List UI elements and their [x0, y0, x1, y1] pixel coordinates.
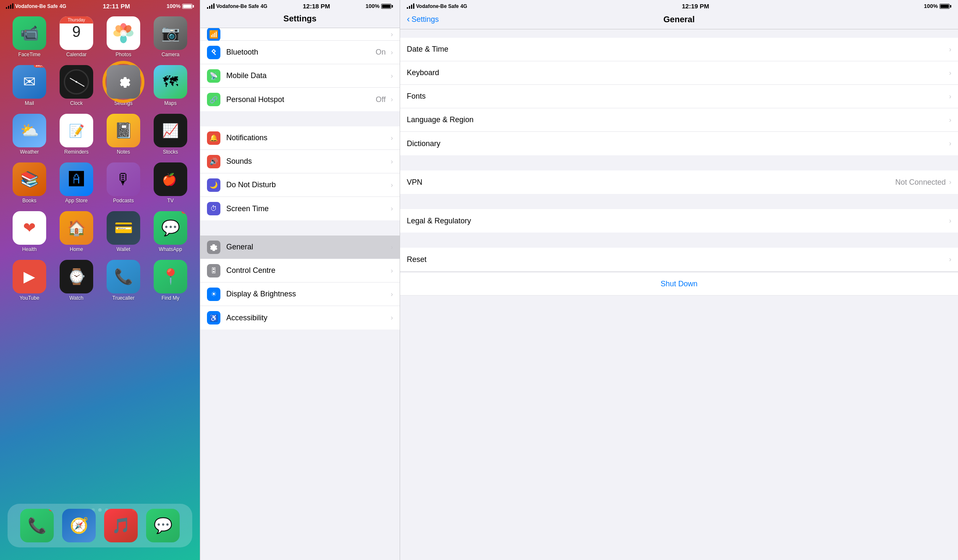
general-row-vpn[interactable]: VPN Not Connected › — [400, 170, 958, 194]
general-nav-bar: ‹ Settings General — [400, 10, 958, 29]
general-gap-1 — [400, 155, 958, 170]
app-maps[interactable]: 🗺 Maps — [149, 65, 192, 106]
network-label: 4G — [60, 3, 66, 9]
app-weather[interactable]: ⛅ Weather — [8, 114, 51, 155]
general-row-reset[interactable]: Reset › — [400, 248, 958, 271]
app-findmy[interactable]: 📍 Find My — [149, 260, 192, 301]
svg-text:🍎: 🍎 — [162, 173, 177, 186]
app-photos[interactable]: Photos — [102, 16, 145, 58]
home-screen: Vodafone-Be Safe 4G 12:11 PM 100% 📹 Face… — [0, 0, 200, 560]
svg-point-7 — [120, 30, 127, 37]
settings-row-general[interactable]: General › — [200, 236, 400, 259]
general-gap-3 — [400, 233, 958, 248]
signal-icon — [6, 3, 13, 9]
network-s3: 4G — [461, 3, 467, 9]
app-mail[interactable]: ✉ 18,487 Mail — [8, 65, 51, 106]
general-section-4: Reset › — [400, 248, 958, 271]
general-section-3: Legal & Regulatory › — [400, 209, 958, 233]
general-section-2: VPN Not Connected › — [400, 170, 958, 194]
app-facetime[interactable]: 📹 FaceTime — [8, 16, 51, 58]
general-row-dictionary[interactable]: Dictionary › — [400, 132, 958, 155]
settings-row-accessibility[interactable]: ♿ Accessibility › — [200, 306, 400, 330]
battery-icon-s2 — [381, 4, 393, 9]
back-label: Settings — [411, 15, 439, 24]
app-notes[interactable]: 📓 Notes — [102, 114, 145, 155]
back-chevron-icon: ‹ — [407, 14, 410, 25]
general-row-keyboard[interactable]: Keyboard › — [400, 61, 958, 85]
general-row-legal[interactable]: Legal & Regulatory › — [400, 209, 958, 233]
settings-panel: Vodafone-Be Safe 4G 12:18 PM 100% Settin… — [200, 0, 400, 560]
settings-row-hotspot[interactable]: 🔗 Personal Hotspot Off › — [200, 88, 400, 111]
battery-icon-s3 — [940, 4, 951, 9]
app-camera[interactable]: 📷 Camera — [149, 16, 192, 58]
home-status-bar: Vodafone-Be Safe 4G 12:11 PM 100% — [0, 0, 200, 10]
settings-row-mobiledata[interactable]: 📡 Mobile Data › — [200, 64, 400, 88]
carrier-info: Vodafone-Be Safe 4G — [6, 3, 66, 9]
back-button[interactable]: ‹ Settings — [407, 14, 439, 25]
settings-nav-bar: Settings — [200, 10, 400, 28]
settings-row-bluetooth[interactable]: Bluetooth On › — [200, 41, 400, 64]
app-grid: 📹 FaceTime Thursday 9 Calendar — [0, 12, 200, 301]
settings-section-connectivity: Bluetooth On › 📡 Mobile Data › 🔗 Persona… — [200, 41, 400, 111]
settings-status-bar: Vodafone-Be Safe 4G 12:18 PM 100% — [200, 0, 400, 10]
settings-list: 📶 › Bluetooth On › 📡 Mobile — [200, 28, 400, 560]
app-clock[interactable]: Clock — [55, 65, 98, 106]
general-row-fonts[interactable]: Fonts › — [400, 85, 958, 108]
app-stocks[interactable]: 📈 Stocks — [149, 114, 192, 155]
app-wallet[interactable]: 💳 Wallet — [102, 211, 145, 252]
shutdown-label: Shut Down — [660, 280, 697, 288]
app-podcasts[interactable]: 🎙 Podcasts — [102, 162, 145, 204]
battery-pct-s3: 100% — [924, 3, 938, 9]
carrier-s3: Vodafone-Be Safe — [416, 3, 459, 9]
dock-music[interactable]: 🎵 37 — [104, 509, 138, 542]
app-truecaller[interactable]: 📞 Truecaller — [102, 260, 145, 301]
general-title: General — [663, 15, 694, 24]
app-home[interactable]: 🏠 Home — [55, 211, 98, 252]
carrier-s2: Vodafone-Be Safe — [216, 3, 259, 9]
app-whatsapp[interactable]: 💬 14 WhatsApp — [149, 211, 192, 252]
app-watch[interactable]: ⌚ Watch — [55, 260, 98, 301]
settings-row-donotdisturb[interactable]: 🌙 Do Not Disturb › — [200, 173, 400, 197]
settings-row-sounds[interactable]: 🔊 Sounds › — [200, 150, 400, 173]
section-gap-2 — [200, 220, 400, 236]
app-appstore[interactable]: 🅰 App Store — [55, 162, 98, 204]
app-tv[interactable]: 🍎 TV — [149, 162, 192, 204]
general-list: Date & Time › Keyboard › Fonts › Languag… — [400, 29, 958, 560]
app-health[interactable]: ❤ Health — [8, 211, 51, 252]
general-status-bar: Vodafone-Be Safe 4G 12:19 PM 100% — [400, 0, 958, 10]
carrier-label: Vodafone-Be Safe — [15, 3, 58, 9]
battery-info: 100% — [167, 3, 194, 9]
time-label: 12:11 PM — [103, 3, 130, 10]
general-section-1: Date & Time › Keyboard › Fonts › Languag… — [400, 38, 958, 155]
battery-icon — [182, 4, 194, 9]
battery-pct-s2: 100% — [366, 3, 380, 9]
settings-section-notifications: 🔔 Notifications › 🔊 Sounds › 🌙 Do Not Di… — [200, 126, 400, 220]
app-books[interactable]: 📚 Books — [8, 162, 51, 204]
settings-row-display[interactable]: ☀ Display & Brightness › — [200, 283, 400, 306]
time-s3: 12:19 PM — [682, 3, 709, 10]
general-panel: Vodafone-Be Safe 4G 12:19 PM 100% ‹ Sett… — [400, 0, 958, 560]
app-reminders[interactable]: 📝 Reminders — [55, 114, 98, 155]
shutdown-row[interactable]: Shut Down — [400, 272, 958, 296]
app-settings[interactable]: Settings — [102, 65, 145, 106]
app-youtube[interactable]: ▶ YouTube — [8, 260, 51, 301]
dock: 📞 1 🧭 🎵 37 💬 — [8, 504, 192, 547]
settings-row-notifications[interactable]: 🔔 Notifications › — [200, 126, 400, 150]
network-s2: 4G — [261, 3, 267, 9]
general-gap-2 — [400, 194, 958, 209]
dock-safari[interactable]: 🧭 — [62, 509, 96, 542]
settings-section-general: General › 🎛 Control Centre › ☀ Display &… — [200, 236, 400, 330]
dock-messages[interactable]: 💬 — [146, 509, 180, 542]
signal-icon-s3 — [407, 3, 414, 9]
section-gap-1 — [200, 111, 400, 126]
general-row-datetime[interactable]: Date & Time › — [400, 38, 958, 61]
app-calendar[interactable]: Thursday 9 Calendar — [55, 16, 98, 58]
settings-row-screentime[interactable]: ⏱ Screen Time › — [200, 197, 400, 220]
battery-percent: 100% — [167, 3, 181, 9]
general-row-language[interactable]: Language & Region › — [400, 108, 958, 132]
dock-phone[interactable]: 📞 1 — [20, 509, 54, 542]
settings-row-controlcentre[interactable]: 🎛 Control Centre › — [200, 259, 400, 283]
signal-icon-s2 — [207, 3, 215, 9]
time-s2: 12:18 PM — [303, 3, 330, 10]
settings-title: Settings — [283, 14, 317, 23]
